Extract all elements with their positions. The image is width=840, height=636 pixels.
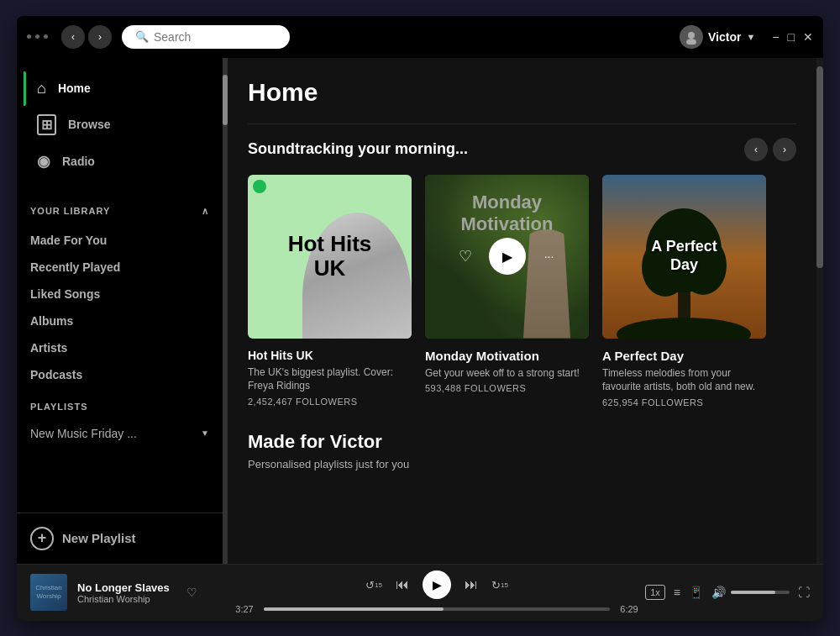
sidebar-item-made-for-you[interactable]: Made For You — [30, 227, 209, 254]
control-buttons: ↺15 ⏮ ▶ ⏭ ↻15 — [365, 570, 508, 599]
content-area[interactable]: Home Soundtracking your morning... ‹ › H… — [228, 58, 816, 564]
card-a-perfect-day-desc: Timeless melodies from your favourite ar… — [602, 366, 766, 395]
dot1 — [27, 34, 31, 39]
progress-bar[interactable] — [264, 607, 610, 611]
svg-point-1 — [686, 39, 696, 45]
progress-fill — [264, 607, 444, 611]
section1-nav: ‹ › — [744, 138, 796, 161]
sidebar-item-browse-label: Browse — [68, 118, 111, 131]
sidebar-bottom: + New Playlist — [17, 512, 223, 564]
sidebar-item-liked-songs[interactable]: Liked Songs — [30, 281, 209, 307]
forward15-button[interactable]: ↻15 — [491, 579, 508, 591]
nav-back-button[interactable]: ‹ — [61, 25, 85, 49]
track-thumbnail: ChristianWorship — [30, 574, 67, 611]
right-controls: 1x ≡ 📱 🔊 ⛶ — [642, 585, 810, 600]
card-hot-hits-uk-image: Hot HitsUK — [248, 175, 412, 339]
browse-icon: ⊞ — [37, 114, 56, 135]
sidebar-item-home[interactable]: ⌂ Home — [24, 71, 216, 106]
avatar — [680, 25, 703, 49]
section1-title: Soundtracking your morning... — [248, 140, 468, 158]
playlists-section-label: PLAYLISTS — [30, 402, 209, 412]
skip-next-button[interactable]: ⏭ — [465, 577, 478, 592]
minimize-button[interactable]: − — [772, 30, 779, 44]
volume-fill — [731, 591, 775, 594]
play-button[interactable]: ▶ — [489, 238, 526, 275]
like-track-button[interactable]: ♡ — [186, 586, 197, 599]
card-a-perfect-day-title: A Perfect Day — [602, 349, 766, 363]
card-a-perfect-day[interactable]: A Perfect Day A Perfect Day Timeless mel… — [602, 175, 766, 408]
playlists-section: PLAYLISTS New Music Friday ... ▼ — [17, 395, 223, 452]
perfect-day-overlay-text: A Perfect Day — [643, 238, 726, 274]
chevron-down-icon: ▼ — [746, 32, 755, 42]
home-icon: ⌂ — [37, 80, 46, 97]
title-bar: ‹ › 🔍 Victor ▼ − □ ✕ — [17, 16, 823, 58]
card-hot-hits-uk-followers: 2,452,467 FOLLOWERS — [248, 397, 412, 407]
fullscreen-button[interactable]: ⛶ — [798, 586, 810, 599]
sidebar: ⌂ Home ⊞ Browse ◉ Radio YOUR LIBRARY ∧ M… — [17, 58, 223, 564]
skip-previous-button[interactable]: ⏮ — [396, 577, 409, 592]
sidebar-item-browse[interactable]: ⊞ Browse — [24, 106, 216, 144]
section1-prev-button[interactable]: ‹ — [744, 138, 768, 161]
time-total: 6:29 — [617, 604, 642, 614]
card-monday-motivation-desc: Get your week off to a strong start! — [425, 366, 589, 381]
sidebar-item-radio[interactable]: ◉ Radio — [24, 144, 216, 179]
dot3 — [44, 34, 48, 39]
search-bar[interactable]: 🔍 — [122, 25, 290, 49]
svg-point-0 — [688, 32, 695, 39]
playlist-item-new-music-friday[interactable]: New Music Friday ... ▼ — [30, 422, 209, 445]
plus-icon: + — [30, 527, 54, 550]
nav-forward-button[interactable]: › — [88, 25, 112, 49]
section1-next-button[interactable]: › — [773, 138, 796, 161]
page-title: Home — [248, 78, 796, 107]
devices-button[interactable]: 📱 — [689, 586, 703, 599]
library-section: YOUR LIBRARY ∧ Made For You Recently Pla… — [17, 199, 223, 395]
right-scrollbar-thumb — [816, 66, 823, 269]
replay15-button[interactable]: ↺15 — [365, 579, 382, 591]
more-options-button[interactable]: ··· — [536, 243, 563, 270]
monday-card-overlay: ♡ ▶ ··· — [425, 175, 589, 339]
time-current: 3:27 — [232, 604, 257, 614]
sidebar-item-radio-label: Radio — [62, 155, 95, 168]
user-area[interactable]: Victor ▼ — [680, 25, 755, 49]
title-bar-dots — [27, 34, 48, 39]
library-section-label: YOUR LIBRARY ∧ — [30, 206, 209, 217]
new-playlist-button[interactable]: + New Playlist — [30, 527, 209, 550]
card-hot-hits-uk[interactable]: Hot HitsUK Hot Hits UK The UK's biggest … — [248, 175, 412, 408]
app-window: ‹ › 🔍 Victor ▼ − □ ✕ — [17, 16, 823, 621]
card-monday-motivation-image: MondayMotivation ♡ ▶ ··· — [425, 175, 589, 339]
queue-button[interactable]: ≡ — [674, 586, 680, 599]
now-playing-bar: ChristianWorship No Longer Slaves Christ… — [17, 564, 823, 621]
made-for-section: Made for Victor Personalised playlists j… — [248, 431, 796, 470]
dot2 — [35, 34, 39, 39]
card-monday-motivation[interactable]: MondayMotivation ♡ ▶ ··· M — [425, 175, 589, 408]
sidebar-item-home-label: Home — [58, 81, 91, 95]
spotify-logo-icon — [253, 180, 266, 193]
chevron-up-icon[interactable]: ∧ — [202, 206, 209, 217]
play-pause-button[interactable]: ▶ — [423, 570, 451, 599]
sidebar-nav: ⌂ Home ⊞ Browse ◉ Radio — [17, 58, 223, 192]
sidebar-item-recently-played[interactable]: Recently Played — [30, 254, 209, 281]
cards-row-1: Hot HitsUK Hot Hits UK The UK's biggest … — [248, 175, 796, 408]
heart-button[interactable]: ♡ — [452, 243, 479, 270]
nav-arrows: ‹ › — [61, 25, 112, 49]
close-button[interactable]: ✕ — [803, 30, 813, 44]
volume-icon[interactable]: 🔊 — [711, 586, 726, 599]
radio-icon: ◉ — [37, 152, 50, 171]
playback-speed-button[interactable]: 1x — [645, 585, 665, 600]
card-monday-motivation-followers: 593,488 FOLLOWERS — [425, 383, 589, 393]
chevron-down-small-icon: ▼ — [201, 428, 209, 438]
right-scrollbar[interactable] — [816, 58, 823, 564]
made-for-subtitle: Personalised playlists just for you — [248, 458, 796, 470]
sidebar-item-podcasts[interactable]: Podcasts — [30, 361, 209, 388]
card-a-perfect-day-image: A Perfect Day — [602, 175, 766, 339]
sidebar-item-artists[interactable]: Artists — [30, 334, 209, 361]
card-a-perfect-day-followers: 625,954 FOLLOWERS — [602, 397, 766, 407]
search-input[interactable] — [154, 30, 276, 44]
sidebar-item-albums[interactable]: Albums — [30, 307, 209, 334]
track-name: No Longer Slaves — [77, 581, 170, 594]
volume-bar[interactable] — [731, 591, 790, 594]
maximize-button[interactable]: □ — [788, 30, 795, 44]
track-text: No Longer Slaves Christian Worship — [77, 581, 170, 604]
search-icon: 🔍 — [135, 30, 149, 43]
window-controls: − □ ✕ — [772, 30, 813, 44]
